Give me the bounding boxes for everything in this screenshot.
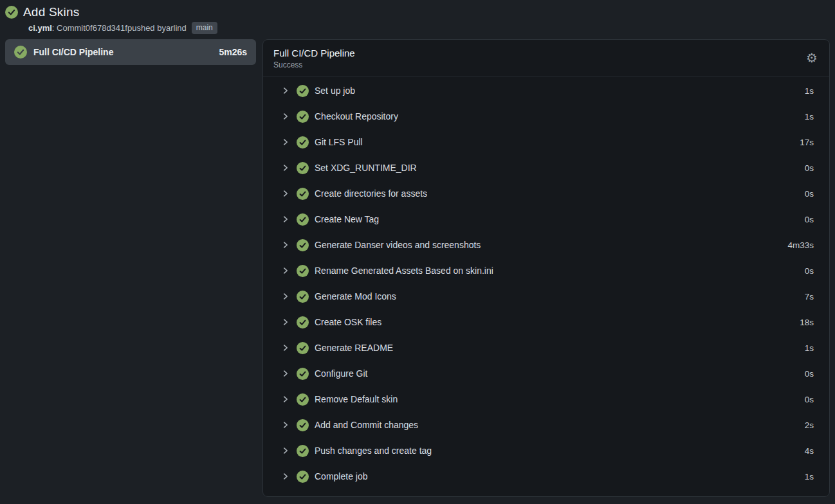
step-label: Generate Danser videos and screenshots <box>315 240 481 250</box>
step-row[interactable]: Checkout Repository 1s <box>263 104 829 129</box>
gear-icon[interactable]: ⚙ <box>806 51 818 64</box>
step-label: Rename Generated Assets Based on skin.in… <box>315 266 493 276</box>
step-status-success-icon <box>297 368 309 380</box>
step-row[interactable]: Create directories for assets 0s <box>263 181 829 206</box>
chevron-right-icon <box>281 266 290 275</box>
step-status-success-icon <box>297 393 309 406</box>
steps-list: Set up job 1s Checkout Repository 1s Git… <box>263 76 829 489</box>
step-duration: 0s <box>805 215 814 224</box>
chevron-right-icon <box>281 189 290 198</box>
step-label: Remove Default skin <box>315 394 398 404</box>
workflow-file-name: ci.yml <box>28 23 52 33</box>
step-row[interactable]: Create OSK files 18s <box>263 309 829 335</box>
commit-author[interactable]: arlind <box>166 23 187 33</box>
step-status-success-icon <box>297 213 309 226</box>
step-row[interactable]: Push changes and create tag 4s <box>263 438 829 464</box>
step-duration: 0s <box>805 395 814 404</box>
job-status-success-icon <box>14 46 27 59</box>
step-duration: 4m33s <box>787 240 814 250</box>
chevron-right-icon <box>281 112 290 121</box>
chevron-right-icon <box>281 472 290 481</box>
run-title: Add Skins <box>23 5 79 19</box>
chevron-right-icon <box>281 369 290 378</box>
step-duration: 0s <box>805 266 814 276</box>
step-status-success-icon <box>297 111 309 123</box>
step-status-success-icon <box>297 265 309 277</box>
step-status-success-icon <box>297 85 309 97</box>
step-label: Set up job <box>315 86 355 96</box>
job-name: Full CI/CD Pipeline <box>33 47 113 57</box>
step-duration: 2s <box>805 420 814 430</box>
run-subtitle: ci.yml: Commit 0f678d341f pushed by arli… <box>28 22 829 34</box>
step-row[interactable]: Generate Mod Icons 7s <box>263 284 829 309</box>
step-label: Configure Git <box>315 368 367 379</box>
step-duration: 0s <box>805 189 814 199</box>
step-label: Set XDG_RUNTIME_DIR <box>315 163 417 173</box>
step-label: Create directories for assets <box>315 188 427 199</box>
step-row[interactable]: Git LFS Pull 17s <box>263 129 829 155</box>
step-row[interactable]: Set up job 1s <box>263 78 829 104</box>
step-duration: 0s <box>805 163 814 173</box>
step-duration: 18s <box>800 318 814 327</box>
step-label: Push changes and create tag <box>315 446 432 456</box>
step-status-success-icon <box>297 445 309 457</box>
step-row[interactable]: Generate Danser videos and screenshots 4… <box>263 232 829 258</box>
run-status-success-icon <box>5 6 18 19</box>
step-status-success-icon <box>297 419 309 431</box>
step-label: Create New Tag <box>315 214 379 224</box>
step-label: Generate Mod Icons <box>315 291 396 302</box>
step-duration: 7s <box>805 292 814 302</box>
step-status-success-icon <box>297 471 309 483</box>
step-status-success-icon <box>297 291 309 303</box>
step-label: Checkout Repository <box>315 111 398 122</box>
sidebar-job-full-pipeline[interactable]: Full CI/CD Pipeline 5m26s <box>5 39 256 65</box>
chevron-right-icon <box>281 86 290 95</box>
job-panel-header: Full CI/CD Pipeline Success ⚙ <box>263 40 829 76</box>
step-duration: 1s <box>805 343 814 353</box>
chevron-right-icon <box>281 292 290 301</box>
step-status-success-icon <box>297 342 309 354</box>
chevron-right-icon <box>281 318 290 327</box>
step-label: Create OSK files <box>315 317 381 327</box>
chevron-right-icon <box>281 215 290 224</box>
step-duration: 1s <box>805 472 814 482</box>
job-duration: 5m26s <box>219 47 247 57</box>
step-duration: 1s <box>805 112 814 122</box>
chevron-right-icon <box>281 395 290 404</box>
chevron-right-icon <box>281 420 290 429</box>
commit-middle: pushed by <box>127 23 166 33</box>
step-row[interactable]: Add and Commit changes 2s <box>263 412 829 438</box>
step-row[interactable]: Generate README 1s <box>263 335 829 361</box>
job-panel-status: Success <box>273 60 819 69</box>
step-row[interactable]: Create New Tag 0s <box>263 206 829 232</box>
chevron-right-icon <box>281 138 290 147</box>
step-label: Add and Commit changes <box>315 420 418 430</box>
chevron-right-icon <box>281 343 290 352</box>
step-row[interactable]: Configure Git 0s <box>263 361 829 386</box>
branch-badge[interactable]: main <box>192 22 217 34</box>
step-row[interactable]: Complete job 1s <box>263 464 829 489</box>
job-detail-panel: Full CI/CD Pipeline Success ⚙ Set up job… <box>262 39 830 497</box>
run-header: Add Skins ci.yml: Commit 0f678d341f push… <box>0 0 835 34</box>
step-status-success-icon <box>297 316 309 328</box>
commit-sha[interactable]: 0f678d341f <box>86 23 127 33</box>
step-label: Generate README <box>315 343 393 353</box>
step-status-success-icon <box>297 136 309 148</box>
step-status-success-icon <box>297 162 309 174</box>
step-row[interactable]: Remove Default skin 0s <box>263 386 829 412</box>
step-duration: 0s <box>805 369 814 379</box>
job-panel-title: Full CI/CD Pipeline <box>273 48 819 59</box>
step-duration: 1s <box>805 86 814 96</box>
chevron-right-icon <box>281 240 290 249</box>
jobs-sidebar: Full CI/CD Pipeline 5m26s <box>5 39 256 65</box>
chevron-right-icon <box>281 446 290 455</box>
chevron-right-icon <box>281 163 290 172</box>
commit-prefix: : Commit <box>52 23 86 33</box>
step-label: Git LFS Pull <box>315 137 363 147</box>
step-duration: 4s <box>805 446 814 456</box>
step-status-success-icon <box>297 239 309 251</box>
step-duration: 17s <box>800 138 814 147</box>
step-row[interactable]: Rename Generated Assets Based on skin.in… <box>263 258 829 284</box>
step-row[interactable]: Set XDG_RUNTIME_DIR 0s <box>263 155 829 181</box>
step-status-success-icon <box>297 188 309 200</box>
